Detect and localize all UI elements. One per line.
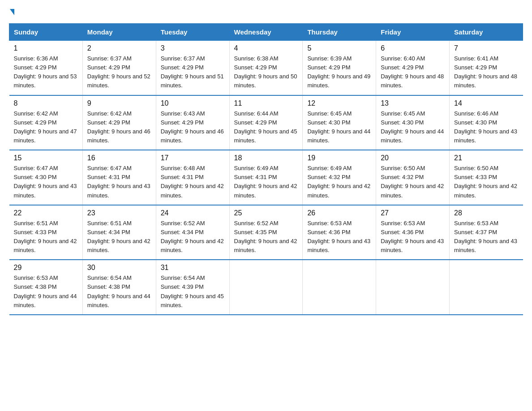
day-info: Sunrise: 6:45 AMSunset: 4:30 PMDaylight:…: [381, 110, 444, 144]
day-number: 14: [454, 99, 518, 107]
day-number: 12: [307, 99, 371, 107]
day-cell-25: 25Sunrise: 6:52 AMSunset: 4:35 PMDayligh…: [229, 205, 303, 260]
day-info: Sunrise: 6:53 AMSunset: 4:37 PMDaylight:…: [454, 220, 517, 253]
day-cell-23: 23Sunrise: 6:51 AMSunset: 4:34 PMDayligh…: [82, 205, 156, 260]
header-cell-tuesday: Tuesday: [156, 24, 229, 41]
day-info: Sunrise: 6:42 AMSunset: 4:29 PMDaylight:…: [87, 110, 150, 144]
day-number: 8: [14, 99, 78, 107]
page-header: [9, 9, 523, 15]
header-row: SundayMondayTuesdayWednesdayThursdayFrid…: [9, 24, 523, 41]
day-info: Sunrise: 6:50 AMSunset: 4:32 PMDaylight:…: [381, 165, 444, 198]
day-info: Sunrise: 6:50 AMSunset: 4:33 PMDaylight:…: [454, 165, 517, 198]
day-number: 23: [87, 209, 151, 217]
day-info: Sunrise: 6:40 AMSunset: 4:29 PMDaylight:…: [381, 55, 444, 89]
day-cell-17: 17Sunrise: 6:48 AMSunset: 4:31 PMDayligh…: [156, 150, 229, 205]
day-info: Sunrise: 6:36 AMSunset: 4:29 PMDaylight:…: [14, 55, 77, 89]
day-info: Sunrise: 6:53 AMSunset: 4:36 PMDaylight:…: [307, 220, 370, 253]
day-cell-31: 31Sunrise: 6:54 AMSunset: 4:39 PMDayligh…: [156, 260, 229, 315]
day-number: 1: [14, 44, 78, 52]
day-cell-27: 27Sunrise: 6:53 AMSunset: 4:36 PMDayligh…: [376, 205, 450, 260]
day-info: Sunrise: 6:41 AMSunset: 4:29 PMDaylight:…: [454, 55, 517, 89]
day-number: 4: [234, 44, 298, 52]
day-number: 15: [14, 154, 78, 162]
week-row-3: 15Sunrise: 6:47 AMSunset: 4:30 PMDayligh…: [9, 150, 523, 205]
logo-triangle-icon: [10, 9, 14, 15]
day-cell-30: 30Sunrise: 6:54 AMSunset: 4:38 PMDayligh…: [82, 260, 156, 315]
header-cell-wednesday: Wednesday: [229, 24, 303, 41]
calendar-table: SundayMondayTuesdayWednesdayThursdayFrid…: [9, 23, 523, 315]
day-number: 28: [454, 209, 518, 217]
day-number: 30: [87, 264, 151, 272]
day-number: 2: [87, 44, 151, 52]
day-cell-20: 20Sunrise: 6:50 AMSunset: 4:32 PMDayligh…: [376, 150, 450, 205]
day-info: Sunrise: 6:51 AMSunset: 4:33 PMDaylight:…: [14, 220, 77, 253]
day-number: 25: [234, 209, 298, 217]
empty-cell: [450, 260, 523, 315]
day-number: 16: [87, 154, 151, 162]
header-cell-saturday: Saturday: [450, 24, 523, 41]
day-number: 29: [14, 264, 78, 272]
day-info: Sunrise: 6:52 AMSunset: 4:34 PMDaylight:…: [161, 220, 224, 253]
day-info: Sunrise: 6:39 AMSunset: 4:29 PMDaylight:…: [307, 55, 370, 89]
day-cell-12: 12Sunrise: 6:45 AMSunset: 4:30 PMDayligh…: [303, 95, 376, 150]
calendar-header: SundayMondayTuesdayWednesdayThursdayFrid…: [9, 24, 523, 41]
day-number: 21: [454, 154, 518, 162]
empty-cell: [229, 260, 303, 315]
day-number: 10: [161, 99, 225, 107]
day-number: 18: [234, 154, 298, 162]
day-info: Sunrise: 6:44 AMSunset: 4:29 PMDaylight:…: [234, 110, 297, 144]
day-number: 13: [381, 99, 445, 107]
week-row-1: 1Sunrise: 6:36 AMSunset: 4:29 PMDaylight…: [9, 41, 523, 95]
day-cell-13: 13Sunrise: 6:45 AMSunset: 4:30 PMDayligh…: [376, 95, 450, 150]
day-number: 22: [14, 209, 78, 217]
day-cell-14: 14Sunrise: 6:46 AMSunset: 4:30 PMDayligh…: [450, 95, 523, 150]
day-number: 17: [161, 154, 225, 162]
day-cell-11: 11Sunrise: 6:44 AMSunset: 4:29 PMDayligh…: [229, 95, 303, 150]
day-cell-4: 4Sunrise: 6:38 AMSunset: 4:29 PMDaylight…: [229, 41, 303, 95]
day-cell-22: 22Sunrise: 6:51 AMSunset: 4:33 PMDayligh…: [9, 205, 83, 260]
day-info: Sunrise: 6:49 AMSunset: 4:32 PMDaylight:…: [307, 165, 370, 198]
day-cell-9: 9Sunrise: 6:42 AMSunset: 4:29 PMDaylight…: [82, 95, 156, 150]
empty-cell: [376, 260, 450, 315]
day-number: 31: [161, 264, 225, 272]
day-info: Sunrise: 6:53 AMSunset: 4:36 PMDaylight:…: [381, 220, 444, 253]
day-cell-26: 26Sunrise: 6:53 AMSunset: 4:36 PMDayligh…: [303, 205, 376, 260]
day-number: 3: [161, 44, 225, 52]
day-info: Sunrise: 6:53 AMSunset: 4:38 PMDaylight:…: [14, 274, 77, 308]
day-info: Sunrise: 6:38 AMSunset: 4:29 PMDaylight:…: [234, 55, 297, 89]
day-info: Sunrise: 6:37 AMSunset: 4:29 PMDaylight:…: [87, 55, 150, 89]
day-cell-8: 8Sunrise: 6:42 AMSunset: 4:29 PMDaylight…: [9, 95, 83, 150]
day-number: 9: [87, 99, 151, 107]
week-row-5: 29Sunrise: 6:53 AMSunset: 4:38 PMDayligh…: [9, 260, 523, 315]
day-info: Sunrise: 6:46 AMSunset: 4:30 PMDaylight:…: [454, 110, 517, 144]
day-cell-7: 7Sunrise: 6:41 AMSunset: 4:29 PMDaylight…: [450, 41, 523, 95]
day-cell-1: 1Sunrise: 6:36 AMSunset: 4:29 PMDaylight…: [9, 41, 83, 95]
header-cell-sunday: Sunday: [9, 24, 83, 41]
day-number: 20: [381, 154, 445, 162]
day-cell-24: 24Sunrise: 6:52 AMSunset: 4:34 PMDayligh…: [156, 205, 229, 260]
day-number: 5: [307, 44, 371, 52]
header-cell-monday: Monday: [82, 24, 156, 41]
day-info: Sunrise: 6:47 AMSunset: 4:30 PMDaylight:…: [14, 165, 77, 198]
calendar-body: 1Sunrise: 6:36 AMSunset: 4:29 PMDaylight…: [9, 41, 523, 315]
day-number: 19: [307, 154, 371, 162]
day-info: Sunrise: 6:42 AMSunset: 4:29 PMDaylight:…: [14, 110, 77, 144]
day-number: 7: [454, 44, 518, 52]
day-cell-18: 18Sunrise: 6:49 AMSunset: 4:31 PMDayligh…: [229, 150, 303, 205]
day-cell-5: 5Sunrise: 6:39 AMSunset: 4:29 PMDaylight…: [303, 41, 376, 95]
day-cell-16: 16Sunrise: 6:47 AMSunset: 4:31 PMDayligh…: [82, 150, 156, 205]
day-cell-28: 28Sunrise: 6:53 AMSunset: 4:37 PMDayligh…: [450, 205, 523, 260]
day-info: Sunrise: 6:45 AMSunset: 4:30 PMDaylight:…: [307, 110, 370, 144]
day-cell-29: 29Sunrise: 6:53 AMSunset: 4:38 PMDayligh…: [9, 260, 83, 315]
day-number: 26: [307, 209, 371, 217]
day-info: Sunrise: 6:52 AMSunset: 4:35 PMDaylight:…: [234, 220, 297, 253]
day-info: Sunrise: 6:48 AMSunset: 4:31 PMDaylight:…: [161, 165, 224, 198]
day-number: 6: [381, 44, 445, 52]
day-cell-15: 15Sunrise: 6:47 AMSunset: 4:30 PMDayligh…: [9, 150, 83, 205]
day-cell-10: 10Sunrise: 6:43 AMSunset: 4:29 PMDayligh…: [156, 95, 229, 150]
week-row-2: 8Sunrise: 6:42 AMSunset: 4:29 PMDaylight…: [9, 95, 523, 150]
day-cell-19: 19Sunrise: 6:49 AMSunset: 4:32 PMDayligh…: [303, 150, 376, 205]
day-info: Sunrise: 6:43 AMSunset: 4:29 PMDaylight:…: [161, 110, 224, 144]
day-info: Sunrise: 6:49 AMSunset: 4:31 PMDaylight:…: [234, 165, 297, 198]
day-info: Sunrise: 6:54 AMSunset: 4:38 PMDaylight:…: [87, 274, 150, 308]
